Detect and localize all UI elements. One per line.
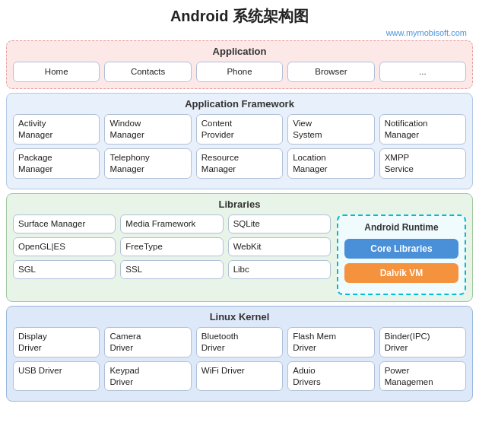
lib-libc[interactable]: Libc (228, 260, 331, 279)
kernel-layer-title: Linux Kernel (13, 311, 466, 322)
lib-surface-manager[interactable]: Surface Manager (13, 214, 116, 234)
libraries-left: Surface Manager Media Framework SQLite O… (13, 214, 331, 295)
kernel-power-management[interactable]: PowerManagemen (379, 361, 466, 392)
kernel-usb-driver[interactable]: USB Driver (13, 361, 100, 392)
fw-resource-manager[interactable]: ResourceManager (196, 148, 283, 179)
lib-freetype[interactable]: FreeType (120, 237, 223, 256)
lib-opengl[interactable]: OpenGL|ES (13, 237, 116, 256)
android-runtime-panel: Android Runtime Core Libraries Dalvik VM (337, 214, 466, 295)
lib-row1: Surface Manager Media Framework SQLite (13, 214, 331, 234)
fw-notification-manager[interactable]: NotificationManager (379, 114, 466, 145)
kernel-row1: DisplayDriver CameraDriver BluetoothDriv… (13, 327, 466, 357)
kernel-layer: Linux Kernel DisplayDriver CameraDriver … (6, 306, 473, 402)
kernel-keypad-driver[interactable]: KeypadDriver (104, 361, 191, 392)
lib-media-framework[interactable]: Media Framework (120, 214, 223, 234)
fw-location-manager[interactable]: LocationManager (287, 148, 374, 179)
dalvik-vm-box[interactable]: Dalvik VM (344, 263, 458, 283)
kernel-bluetooth-driver[interactable]: BluetoothDriver (196, 327, 283, 357)
app-contacts[interactable]: Contacts (104, 62, 191, 82)
framework-layer: Application Framework ActivityManager Wi… (6, 93, 473, 189)
core-libraries-box[interactable]: Core Libraries (344, 239, 458, 259)
app-home[interactable]: Home (13, 62, 100, 82)
fw-content-provider[interactable]: ContentProvider (196, 114, 283, 145)
kernel-wifi-driver[interactable]: WiFi Driver (196, 361, 283, 392)
kernel-camera-driver[interactable]: CameraDriver (104, 327, 191, 357)
android-runtime-title: Android Runtime (344, 222, 458, 233)
lib-webkit[interactable]: WebKit (228, 237, 331, 256)
lib-ssl[interactable]: SSL (120, 260, 223, 279)
framework-row2: PackageManager TelephonyManager Resource… (13, 148, 466, 179)
fw-package-manager[interactable]: PackageManager (13, 148, 100, 179)
lib-row2: OpenGL|ES FreeType WebKit (13, 237, 331, 256)
lib-sgl[interactable]: SGL (13, 260, 116, 279)
lib-row3: SGL SSL Libc (13, 260, 331, 279)
fw-activity-manager[interactable]: ActivityManager (13, 114, 100, 145)
application-layer: Application Home Contacts Phone Browser … (6, 40, 473, 89)
fw-xmpp-service[interactable]: XMPPService (379, 148, 466, 179)
app-phone[interactable]: Phone (196, 62, 283, 82)
lib-sqlite[interactable]: SQLite (228, 214, 331, 234)
kernel-display-driver[interactable]: DisplayDriver (13, 327, 100, 357)
kernel-audio-drivers[interactable]: AduioDrivers (287, 361, 374, 392)
libraries-layer: Libraries Surface Manager Media Framewor… (6, 193, 473, 302)
app-browser[interactable]: Browser (287, 62, 374, 82)
framework-layer-title: Application Framework (13, 98, 466, 110)
libraries-layer-title: Libraries (13, 199, 466, 210)
libraries-content: Surface Manager Media Framework SQLite O… (13, 214, 466, 295)
application-row: Home Contacts Phone Browser ... (13, 62, 466, 82)
app-more[interactable]: ... (379, 62, 466, 82)
fw-view-system[interactable]: ViewSystem (287, 114, 374, 145)
fw-telephony-manager[interactable]: TelephonyManager (104, 148, 191, 179)
kernel-flash-mem-driver[interactable]: Flash MemDriver (287, 327, 374, 357)
framework-row1: ActivityManager WindowManager ContentPro… (13, 114, 466, 145)
kernel-row2: USB Driver KeypadDriver WiFi Driver Adui… (13, 361, 466, 392)
page-title: Android 系统架构图 (6, 6, 473, 27)
application-layer-title: Application (13, 46, 466, 57)
watermark: www.mymobisoft.com (6, 28, 473, 37)
fw-window-manager[interactable]: WindowManager (104, 114, 191, 145)
kernel-binder-driver[interactable]: Binder(IPC)Driver (379, 327, 466, 357)
